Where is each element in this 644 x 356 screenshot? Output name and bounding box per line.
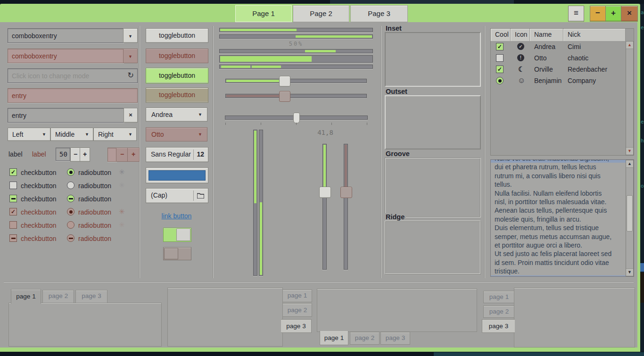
mode-entry-input[interactable] — [8, 69, 137, 83]
combobox-disabled: Otto▼ — [146, 127, 207, 141]
vscale-trough[interactable] — [322, 144, 327, 270]
table-row[interactable]: ✓ ✓ Andrea Cimi — [491, 41, 626, 52]
tree-cell-name: Benjamin — [534, 75, 561, 86]
separator — [4, 281, 634, 282]
tree-column-header-nick[interactable]: Nick — [563, 29, 626, 41]
comboboxentry-input[interactable] — [8, 29, 124, 42]
hscale-trough[interactable] — [225, 79, 367, 83]
spinbutton-value[interactable]: 50 — [56, 148, 70, 161]
checkbox-unchecked[interactable] — [9, 182, 17, 189]
refresh-icon[interactable]: ↻ — [128, 69, 134, 82]
linked-button-middle[interactable]: Middle▼ — [50, 128, 93, 141]
combobox[interactable]: Andrea▼ — [146, 108, 207, 122]
file-chooser-button[interactable]: (Cap) — [146, 188, 208, 203]
radiobutton-label[interactable]: radiobutton — [78, 195, 111, 203]
checkbutton-label[interactable]: checkbutton — [21, 195, 57, 203]
close-button[interactable]: × — [621, 6, 638, 22]
vscale-handle[interactable] — [319, 187, 331, 198]
background-terminal-text: a — [641, 9, 644, 16]
hscale-marks-handle[interactable] — [293, 113, 300, 124]
frame-ridge — [385, 221, 481, 274]
comboboxentry-disabled-dropdown-button: ▼ — [123, 49, 138, 63]
text-line: Nulla facilisi. Nullam eleifend lobortis — [491, 189, 626, 198]
chevron-down-icon: ▼ — [42, 128, 46, 141]
crescent-moon-icon: ☾ — [518, 64, 524, 75]
radiobutton-label[interactable]: radiobutton — [78, 182, 111, 190]
tree-column-header-cool[interactable]: Cool — [491, 29, 511, 41]
textview-scrollbar[interactable]: ▲ ▼ — [626, 160, 634, 276]
comboboxentry-dropdown-button[interactable]: ▼ — [123, 28, 138, 43]
scrollbar-up-icon[interactable]: ▲ — [626, 160, 633, 168]
titlebar-tab-page1[interactable]: Page 1 — [235, 5, 292, 22]
checkbutton-label[interactable]: checkbutton — [21, 169, 57, 176]
radiobutton-checked[interactable] — [496, 77, 504, 84]
togglebutton-active-disabled: togglebutton — [146, 88, 208, 103]
tree-cell-nick: Company — [568, 75, 596, 86]
notebook-right-tab-page3[interactable]: page 3 — [281, 319, 312, 333]
folder-icon — [197, 193, 204, 199]
color-button[interactable] — [146, 167, 208, 183]
table-row[interactable]: ✓ ☾ Orville Redenbacher — [491, 64, 626, 75]
check-circle-icon: ✓ — [517, 43, 524, 50]
tree-column-header-name[interactable]: Name — [530, 29, 563, 41]
scale-fill — [226, 95, 285, 97]
radiobutton-checked[interactable] — [67, 168, 74, 176]
divider — [193, 190, 194, 201]
switch-on[interactable] — [163, 228, 191, 242]
linked-button-right[interactable]: Right▼ — [93, 128, 137, 141]
spinbutton-plus-button[interactable]: + — [80, 148, 90, 162]
link-button[interactable]: link button — [146, 212, 207, 220]
notebook-left-tab-page2: page 2 — [483, 306, 515, 318]
checkbutton-label[interactable]: checkbutton — [21, 182, 57, 190]
linked-button-label: Left — [12, 131, 23, 138]
progress-dash — [221, 66, 250, 68]
clear-entry-button[interactable]: × — [124, 108, 138, 123]
monkey-face-icon: ☺ — [518, 75, 525, 86]
progress-fill — [220, 56, 312, 62]
radio-dot — [69, 210, 73, 214]
checkbox-checked[interactable]: ✓ — [9, 168, 17, 176]
checkbox-checked[interactable]: ✓ — [496, 43, 504, 50]
spinbutton-minus-button[interactable]: − — [70, 148, 81, 162]
notebook-top-tab-page3: page 3 — [75, 290, 107, 303]
scrollbar-thumb[interactable] — [627, 195, 633, 232]
tree-column-header-icon[interactable]: Icon — [511, 29, 530, 41]
checkbox-unchecked[interactable] — [496, 54, 504, 62]
hscale-handle[interactable] — [279, 76, 290, 87]
checkbox-mixed[interactable] — [9, 195, 17, 202]
notebook-top-tab-page1[interactable]: page 1 — [11, 289, 41, 304]
titlebar-tab-page2[interactable]: Page 2 — [293, 5, 349, 22]
radiobutton-label[interactable]: radiobutton — [78, 169, 111, 176]
radiobutton-unchecked[interactable] — [67, 182, 74, 189]
table-row[interactable]: ! Otto chaotic — [491, 52, 626, 64]
scrollbar-up-icon[interactable]: ▲ — [626, 41, 633, 49]
frame-inset — [385, 32, 481, 87]
entry-clearable-input[interactable] — [8, 108, 124, 122]
table-row[interactable]: ☺ Benjamin Company — [491, 75, 626, 86]
togglebutton-active[interactable]: togglebutton — [146, 68, 208, 83]
checkbox-checked[interactable]: ✓ — [496, 66, 504, 73]
menu-icon[interactable]: ≡ — [568, 6, 584, 22]
minimize-button[interactable]: − — [590, 6, 606, 22]
frame-label-inset: Inset — [384, 25, 403, 32]
background-terminal-text: o — [641, 183, 644, 189]
titlebar-tab-page3[interactable]: Page 3 — [350, 5, 408, 22]
radiobutton-mixed[interactable] — [67, 195, 74, 202]
scrollbar-down-icon[interactable]: ▼ — [626, 268, 633, 276]
desktop: { "glyphs": { "menu": "≡", "minimize": "… — [0, 0, 644, 356]
mixed-mark — [69, 238, 73, 239]
scrollbar-down-icon[interactable]: ▼ — [626, 147, 633, 155]
vprogressbar-bottom — [259, 130, 263, 276]
tree-scrollbar[interactable]: ▲ ▼ — [626, 41, 634, 155]
linked-button-left[interactable]: Left▼ — [8, 128, 50, 141]
font-button[interactable]: Sans Regular 12 — [146, 147, 208, 162]
textview[interactable]: Nunc vel elit erat. Maecenas dignissim, … — [490, 159, 634, 277]
chevron-down-icon: ▼ — [128, 34, 132, 39]
font-family-label: Sans Regular — [151, 148, 191, 161]
togglebutton[interactable]: togglebutton — [146, 28, 208, 43]
notebook-left-tab-page3[interactable]: page 3 — [482, 319, 515, 333]
maximize-button[interactable]: + — [605, 6, 621, 22]
notebook-bottom-tab-page1[interactable]: page 1 — [320, 331, 348, 345]
combobox-value: Otto — [151, 131, 164, 138]
mixed-mark — [11, 198, 16, 199]
